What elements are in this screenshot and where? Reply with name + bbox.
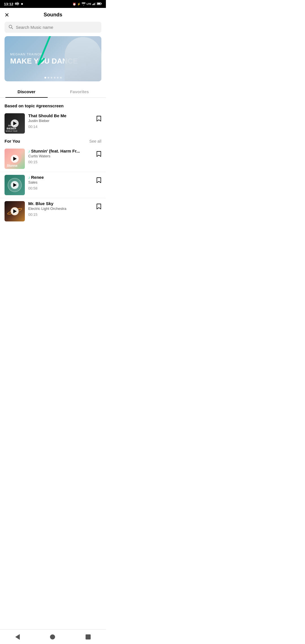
bluetooth-icon: ⚡ [77,3,80,6]
status-right: ⏰ ⚡ LTE [73,2,102,6]
svg-rect-5 [92,4,93,5]
battery-icon [97,2,102,6]
music-note-icon: ♪ [28,149,30,153]
svg-rect-4 [18,3,19,5]
dot-4 [54,77,55,79]
thumb-text: Stunna [7,164,17,167]
track-name: Mr. Blue Sky [28,201,101,206]
play-icon [13,183,17,187]
main-content: Meghan Trainor MAKE YOU DANCE Discover F… [0,22,106,241]
play-icon [13,121,17,125]
topic-section-header: Based on topic #greenscreen [0,101,106,110]
tab-discover[interactable]: Discover [0,86,53,97]
track-item: JUSTIN BIEBER WORLD TOUR That Should Be … [0,110,106,136]
banner: Meghan Trainor MAKE YOU DANCE [5,36,101,81]
play-button[interactable] [11,181,19,189]
track-info: ♪Renee Sales 00:58 [28,175,101,190]
audio-waves-icon [15,2,19,6]
svg-line-13 [12,28,13,29]
bookmark-button[interactable] [96,151,101,158]
see-all-button[interactable]: See all [89,139,101,143]
track-info: That Should Be Me Justin Bieber 00:14 [28,113,101,129]
search-icon [8,25,13,30]
play-button[interactable] [11,155,19,163]
track-item: Stunna ♪Stunnin' (feat. Harm Fr... Curti… [0,146,106,172]
dot-icon [21,3,23,5]
track-thumbnail[interactable] [5,201,25,221]
page-title: Sounds [44,12,62,18]
status-left: 13:12 [4,2,23,6]
play-icon [13,157,17,161]
track-info: Mr. Blue Sky Electric Light Orchestra 00… [28,201,101,217]
close-button[interactable]: ✕ [5,12,9,18]
svg-rect-3 [18,2,18,5]
svg-rect-0 [15,3,16,5]
track-artist: Sales [28,180,101,184]
track-name: ♪Stunnin' (feat. Harm Fr... [28,149,101,153]
play-button[interactable] [11,207,19,215]
track-artist: Electric Light Orchestra [28,206,101,211]
wifi-icon [82,2,86,6]
tab-favorites[interactable]: Favorites [53,86,106,97]
bookmark-button[interactable] [96,116,101,123]
track-artist: Justin Bieber [28,119,101,123]
for-you-title: For You [5,139,20,143]
play-button[interactable] [11,119,19,127]
banner-figure [56,36,101,81]
tabs: Discover Favorites [0,86,106,98]
search-container [0,22,106,36]
for-you-section-header: For You See all [0,136,106,146]
signal-icon [92,2,96,6]
dot-5 [57,77,58,79]
dot-6 [60,77,62,79]
svg-rect-7 [94,3,95,5]
track-thumbnail[interactable]: Stunna [5,149,25,169]
dot-3 [51,77,52,79]
sounds-header: ✕ Sounds [0,8,106,22]
bookmark-button[interactable] [96,203,101,211]
dot-1 [44,77,46,79]
dot-2 [47,77,49,79]
svg-rect-10 [101,3,102,4]
track-thumbnail[interactable]: JUSTIN BIEBER WORLD TOUR [5,113,25,134]
track-name: That Should Be Me [28,113,101,118]
svg-rect-2 [17,3,17,5]
track-item: ♪Renee Sales 00:58 [0,172,106,198]
track-duration: 00:58 [28,186,101,190]
play-icon [13,209,17,213]
alarm-icon: ⏰ [73,3,76,6]
topic-title: Based on topic #greenscreen [5,103,64,108]
lte-icon: LTE [87,3,91,5]
track-name: ♪Renee [28,175,101,180]
track-duration: 00:15 [28,160,101,164]
track-thumbnail[interactable] [5,175,25,195]
status-time: 13:12 [4,2,13,6]
search-input[interactable] [16,25,97,30]
svg-rect-1 [16,2,16,5]
track-duration: 00:14 [28,125,101,129]
track-duration: 00:15 [28,212,101,217]
track-artist: Curtis Waters [28,154,101,158]
svg-rect-6 [93,4,94,5]
status-bar: 13:12 ⏰ ⚡ LTE [0,0,106,8]
svg-rect-11 [97,3,101,5]
banner-dots [44,77,62,79]
svg-rect-8 [95,3,95,5]
track-item: Mr. Blue Sky Electric Light Orchestra 00… [0,198,106,224]
bookmark-button[interactable] [96,177,101,185]
music-note-icon: ♪ [28,175,30,180]
search-bar [5,22,101,33]
track-info: ♪Stunnin' (feat. Harm Fr... Curtis Water… [28,149,101,164]
